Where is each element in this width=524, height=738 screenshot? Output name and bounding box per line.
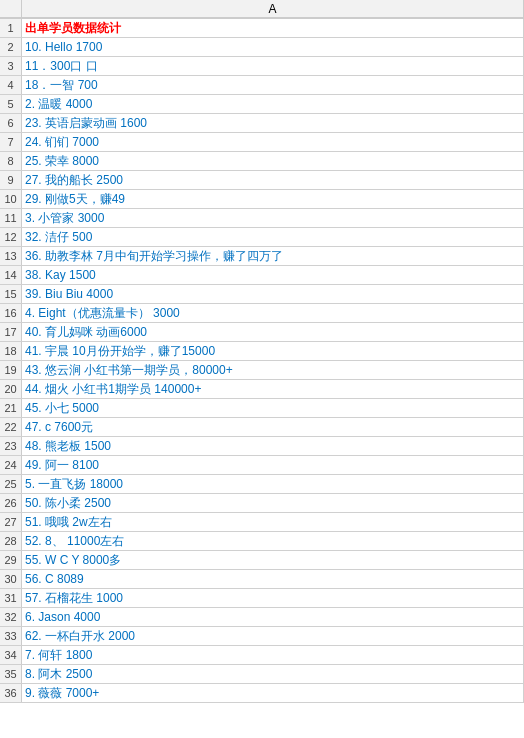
table-row[interactable]: 927. 我的船长 2500 [0,171,524,190]
cell-value[interactable]: 40. 育儿妈咪 动画6000 [22,323,524,341]
table-row[interactable]: 418．一智 700 [0,76,524,95]
cell-value[interactable]: 29. 刚做5天，赚49 [22,190,524,208]
cell-value[interactable]: 10. Hello 1700 [22,38,524,56]
table-row[interactable]: 1336. 助教李林 7月中旬开始学习操作，赚了四万了 [0,247,524,266]
row-number: 35 [0,665,22,683]
table-row[interactable]: 255. 一直飞扬 18000 [0,475,524,494]
row-number: 12 [0,228,22,246]
row-number: 28 [0,532,22,550]
table-row[interactable]: 3362. 一杯白开水 2000 [0,627,524,646]
cell-value[interactable]: 9. 薇薇 7000+ [22,684,524,702]
table-row[interactable]: 52. 温暖 4000 [0,95,524,114]
row-number: 26 [0,494,22,512]
table-row[interactable]: 3157. 石榴花生 1000 [0,589,524,608]
cell-value[interactable]: 39. Biu Biu 4000 [22,285,524,303]
cell-value[interactable]: 57. 石榴花生 1000 [22,589,524,607]
table-row[interactable]: 724. 钔钔 7000 [0,133,524,152]
table-row[interactable]: 1943. 悠云涧 小红书第一期学员，80000+ [0,361,524,380]
table-row[interactable]: 2044. 烟火 小红书1期学员 140000+ [0,380,524,399]
table-row[interactable]: 2145. 小七 5000 [0,399,524,418]
table-row[interactable]: 2751. 哦哦 2w左右 [0,513,524,532]
cell-value[interactable]: 56. C 8089 [22,570,524,588]
cell-value[interactable]: 27. 我的船长 2500 [22,171,524,189]
table-row[interactable]: 358. 阿木 2500 [0,665,524,684]
cell-value[interactable]: 36. 助教李林 7月中旬开始学习操作，赚了四万了 [22,247,524,265]
cell-value[interactable]: 6. Jason 4000 [22,608,524,626]
cell-value[interactable]: 48. 熊老板 1500 [22,437,524,455]
table-row[interactable]: 347. 何轩 1800 [0,646,524,665]
spreadsheet-grid: 1出单学员数据统计210. Hello 1700311．300口 口418．一智… [0,19,524,703]
table-row[interactable]: 113. 小管家 3000 [0,209,524,228]
cell-value[interactable]: 3. 小管家 3000 [22,209,524,227]
cell-value[interactable]: 11．300口 口 [22,57,524,75]
row-number: 10 [0,190,22,208]
cell-value[interactable]: 50. 陈小柔 2500 [22,494,524,512]
cell-value[interactable]: 55. W C Y 8000多 [22,551,524,569]
row-number: 17 [0,323,22,341]
table-row[interactable]: 2348. 熊老板 1500 [0,437,524,456]
row-number: 4 [0,76,22,94]
row-number: 2 [0,38,22,56]
table-row[interactable]: 1539. Biu Biu 4000 [0,285,524,304]
cell-value[interactable]: 52. 8、 11000左右 [22,532,524,550]
table-row[interactable]: 369. 薇薇 7000+ [0,684,524,703]
table-row[interactable]: 311．300口 口 [0,57,524,76]
cell-value[interactable]: 32. 洁仔 500 [22,228,524,246]
table-row[interactable]: 3056. C 8089 [0,570,524,589]
cell-value[interactable]: 49. 阿一 8100 [22,456,524,474]
row-number: 11 [0,209,22,227]
table-row[interactable]: 210. Hello 1700 [0,38,524,57]
table-row[interactable]: 1740. 育儿妈咪 动画6000 [0,323,524,342]
cell-value[interactable]: 8. 阿木 2500 [22,665,524,683]
cell-value[interactable]: 24. 钔钔 7000 [22,133,524,151]
row-number: 27 [0,513,22,531]
row-number: 34 [0,646,22,664]
cell-value[interactable]: 43. 悠云涧 小红书第一期学员，80000+ [22,361,524,379]
table-row[interactable]: 2247. c 7600元 [0,418,524,437]
row-number: 16 [0,304,22,322]
cell-value[interactable]: 62. 一杯白开水 2000 [22,627,524,645]
cell-value[interactable]: 47. c 7600元 [22,418,524,436]
table-row[interactable]: 2955. W C Y 8000多 [0,551,524,570]
row-number: 29 [0,551,22,569]
row-number: 6 [0,114,22,132]
row-number: 36 [0,684,22,702]
cell-value[interactable]: 7. 何轩 1800 [22,646,524,664]
table-row[interactable]: 1438. Kay 1500 [0,266,524,285]
cell-value[interactable]: 18．一智 700 [22,76,524,94]
row-num-header [0,0,22,18]
cell-value[interactable]: 4. Eight（优惠流量卡） 3000 [22,304,524,322]
cell-value[interactable]: 45. 小七 5000 [22,399,524,417]
table-row[interactable]: 326. Jason 4000 [0,608,524,627]
row-number: 7 [0,133,22,151]
table-row[interactable]: 2449. 阿一 8100 [0,456,524,475]
row-number: 25 [0,475,22,493]
cell-value[interactable]: 5. 一直飞扬 18000 [22,475,524,493]
col-header-a: A [22,0,524,18]
row-number: 33 [0,627,22,645]
cell-value[interactable]: 23. 英语启蒙动画 1600 [22,114,524,132]
table-row[interactable]: 2650. 陈小柔 2500 [0,494,524,513]
row-number: 9 [0,171,22,189]
cell-value[interactable]: 出单学员数据统计 [22,19,524,37]
row-number: 19 [0,361,22,379]
table-row[interactable]: 1841. 宇晨 10月份开始学，赚了15000 [0,342,524,361]
row-number: 21 [0,399,22,417]
cell-value[interactable]: 2. 温暖 4000 [22,95,524,113]
table-row[interactable]: 1232. 洁仔 500 [0,228,524,247]
table-row[interactable]: 2852. 8、 11000左右 [0,532,524,551]
table-row[interactable]: 164. Eight（优惠流量卡） 3000 [0,304,524,323]
row-number: 18 [0,342,22,360]
cell-value[interactable]: 41. 宇晨 10月份开始学，赚了15000 [22,342,524,360]
cell-value[interactable]: 44. 烟火 小红书1期学员 140000+ [22,380,524,398]
cell-value[interactable]: 25. 荣幸 8000 [22,152,524,170]
row-number: 3 [0,57,22,75]
table-row[interactable]: 1029. 刚做5天，赚49 [0,190,524,209]
table-row[interactable]: 825. 荣幸 8000 [0,152,524,171]
table-row[interactable]: 1出单学员数据统计 [0,19,524,38]
cell-value[interactable]: 51. 哦哦 2w左右 [22,513,524,531]
table-row[interactable]: 623. 英语启蒙动画 1600 [0,114,524,133]
cell-value[interactable]: 38. Kay 1500 [22,266,524,284]
row-number: 1 [0,19,22,37]
row-number: 32 [0,608,22,626]
